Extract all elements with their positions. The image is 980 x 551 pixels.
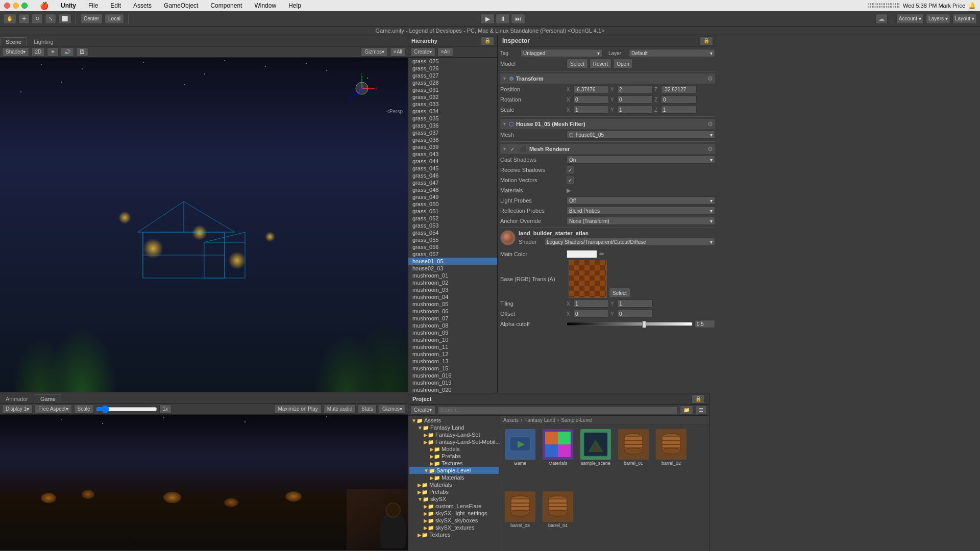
assets-menu[interactable]: Assets — [131, 1, 154, 10]
hierarchy-item[interactable]: mushroom_12 — [408, 350, 497, 358]
mesh-renderer-settings-icon[interactable]: ⚙ — [707, 145, 713, 153]
game-viewport[interactable] — [0, 415, 408, 550]
hierarchy-item[interactable]: grass_026 — [408, 65, 497, 72]
aspect-dropdown[interactable]: Free Aspect ▾ — [35, 405, 71, 414]
hierarchy-item[interactable]: grass_048 — [408, 186, 497, 193]
move-tool-btn[interactable]: ✛ — [18, 14, 30, 24]
offset-x-input[interactable] — [573, 310, 609, 318]
asset-item[interactable]: barrel_01 — [616, 427, 651, 487]
unity-menu[interactable]: Unity — [59, 1, 78, 10]
gizmos-dropdown[interactable]: Gizmos ▾ — [361, 47, 388, 57]
hierarchy-item[interactable]: grass_038 — [408, 136, 497, 143]
lighting-toggle-btn[interactable]: ☀ — [47, 47, 59, 57]
hierarchy-item[interactable]: grass_036 — [408, 122, 497, 129]
hierarchy-item[interactable]: grass_049 — [408, 193, 497, 201]
hierarchy-item[interactable]: mushroom_04 — [408, 293, 497, 300]
game-gizmos-dropdown[interactable]: Gizmos ▾ — [379, 405, 406, 414]
cloud-button[interactable]: ☁ — [875, 14, 888, 24]
scale-x-input[interactable] — [573, 106, 609, 114]
tree-skysx-light[interactable]: ▶📁 skySX_light_settings — [409, 510, 499, 517]
alpha-cutoff-thumb[interactable] — [642, 321, 646, 328]
image-effects-btn[interactable]: 🖼 — [76, 47, 88, 57]
hierarchy-item[interactable]: grass_028 — [408, 79, 497, 86]
reflection-probes-dropdown[interactable]: Blend Probes ▾ — [567, 207, 715, 215]
layers-dropdown[interactable]: Layers ▾ — [926, 14, 950, 24]
scale-z-input[interactable] — [661, 106, 697, 114]
hierarchy-item[interactable]: grass_054 — [408, 229, 497, 236]
alpha-cutoff-slider[interactable] — [567, 322, 693, 326]
audio-toggle-btn[interactable]: 🔊 — [61, 47, 74, 57]
hierarchy-item[interactable]: house02_03 — [408, 265, 497, 272]
tree-skysx-textures[interactable]: ▶📁 skySX_textures — [409, 524, 499, 531]
pos-z-input[interactable] — [661, 85, 697, 93]
pause-button[interactable]: ⏸ — [496, 14, 510, 24]
mute-audio-btn[interactable]: Mute audio — [324, 405, 356, 414]
hierarchy-item[interactable]: mushroom_01 — [408, 272, 497, 279]
hierarchy-item[interactable]: grass_045 — [408, 165, 497, 172]
hierarchy-item[interactable]: mushroom_03 — [408, 286, 497, 293]
hierarchy-item[interactable]: grass_053 — [408, 222, 497, 229]
hierarchy-item[interactable]: mushroom_07 — [408, 315, 497, 322]
hierarchy-item[interactable]: mushroom_02 — [408, 279, 497, 286]
pos-x-input[interactable] — [573, 85, 609, 93]
inspector-lock-btn[interactable]: 🔒 — [700, 36, 713, 45]
traffic-lights[interactable] — [4, 3, 28, 9]
hierarchy-item[interactable]: grass_032 — [408, 93, 497, 101]
hierarchy-item[interactable]: mushroom_020 — [408, 386, 497, 393]
maximize-on-play-btn[interactable]: Maximize on Play — [274, 405, 321, 414]
revert-model-btn[interactable]: Revert — [590, 59, 611, 69]
tree-sample-materials[interactable]: ▶📁 Materials — [409, 474, 499, 481]
hierarchy-item[interactable]: mushroom_06 — [408, 308, 497, 315]
hierarchy-item[interactable]: house01_05 — [408, 258, 497, 265]
layer-dropdown[interactable]: Default▾ — [629, 49, 715, 57]
mesh-renderer-header[interactable]: ▼ ⬛ Mesh Renderer ⚙ — [500, 144, 715, 154]
list-view-btn[interactable]: ☰ — [695, 406, 707, 415]
rotate-tool-btn[interactable]: ↻ — [32, 14, 43, 24]
tree-fantasy-land[interactable]: ▼📁 Fantasy Land — [409, 424, 499, 431]
materials-expand-icon[interactable]: ▶ — [567, 187, 571, 194]
edit-menu[interactable]: Edit — [108, 1, 123, 10]
hand-tool-btn[interactable]: ✋ — [3, 14, 16, 24]
hierarchy-item[interactable]: grass_043 — [408, 151, 497, 158]
rot-y-input[interactable] — [617, 95, 653, 104]
color-picker-icon[interactable]: ✏ — [599, 251, 604, 258]
tree-sample-prefabs[interactable]: ▶📁 Prefabs — [409, 488, 499, 495]
hierarchy-item[interactable]: grass_047 — [408, 179, 497, 186]
tree-sample-level[interactable]: ▼📁 Sample-Level — [409, 467, 499, 474]
hierarchy-item[interactable]: grass_044 — [408, 158, 497, 165]
scene-tab[interactable]: Scene — [0, 37, 27, 46]
main-color-swatch[interactable] — [567, 250, 597, 258]
tree-models[interactable]: ▶📁 Models — [409, 445, 499, 453]
hierarchy-item[interactable]: grass_037 — [408, 129, 497, 136]
open-model-btn[interactable]: Open — [613, 59, 632, 69]
tree-prefabs[interactable]: ▶📁 Prefabs — [409, 453, 499, 460]
scene-all-filter[interactable]: ≡All — [390, 47, 406, 57]
hierarchy-item[interactable]: grass_055 — [408, 236, 497, 243]
notification-icon[interactable]: 🔔 — [968, 2, 976, 9]
folder-view-btn[interactable]: 📁 — [680, 406, 693, 415]
hierarchy-item[interactable]: mushroom_019 — [408, 379, 497, 386]
account-dropdown[interactable]: Account ▾ — [896, 14, 924, 24]
hierarchy-item[interactable]: grass_033 — [408, 101, 497, 108]
mesh-filter-header[interactable]: ▼ ⬡ House 01_05 (Mesh Filter) ⚙ — [500, 119, 715, 129]
project-create-btn[interactable]: Create ▾ — [410, 406, 435, 415]
minimize-button[interactable] — [13, 3, 19, 9]
component-menu[interactable]: Component — [208, 1, 244, 10]
game-tab[interactable]: Game — [35, 394, 61, 403]
anchor-override-dropdown[interactable]: None (Transform) ▾ — [567, 217, 715, 225]
maximize-button[interactable] — [21, 3, 28, 9]
project-lock-btn[interactable]: 🔒 — [692, 394, 705, 404]
texture-select-btn[interactable]: Select — [609, 288, 630, 298]
project-tree[interactable]: ▼📁 Assets ▼📁 Fantasy Land ▶📁 Fantasy-Lan… — [408, 416, 500, 551]
asset-item[interactable]: barrel_04 — [540, 489, 576, 549]
hierarchy-item[interactable]: grass_039 — [408, 143, 497, 151]
light-probes-dropdown[interactable]: Off ▾ — [567, 196, 715, 205]
window-menu[interactable]: Window — [252, 1, 278, 10]
stats-btn[interactable]: Stats — [358, 405, 377, 414]
asset-item[interactable]: barrel_03 — [502, 489, 538, 549]
rot-z-input[interactable] — [661, 95, 697, 104]
hierarchy-item[interactable]: grass_051 — [408, 208, 497, 215]
tree-assets[interactable]: ▼📁 Assets — [409, 417, 499, 424]
animator-tab[interactable]: Animator — [0, 394, 34, 403]
scale-slider[interactable] — [96, 406, 157, 412]
